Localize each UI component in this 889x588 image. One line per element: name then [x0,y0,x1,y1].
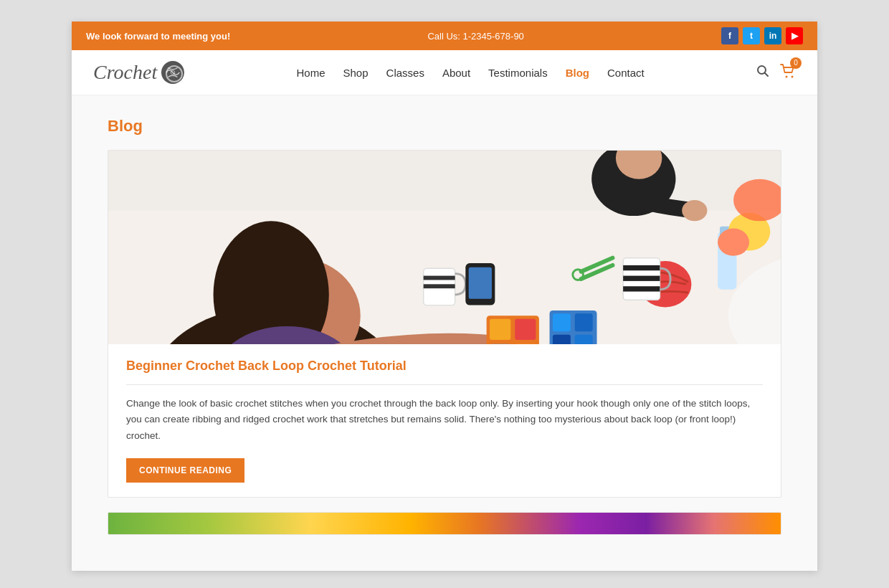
svg-point-1 [171,70,175,75]
nav-contact[interactable]: Contact [607,67,645,79]
blog-card-2 [108,512,781,535]
social-icons: f t in ▶ [721,27,803,44]
blog-post-title[interactable]: Beginner Crochet Back Loop Crochet Tutor… [126,359,763,374]
svg-rect-27 [623,265,660,270]
site-logo[interactable]: Crochet [93,61,184,84]
logo-text: Crochet [93,61,157,84]
blog-card-2-image-partial [108,513,781,534]
svg-rect-21 [553,335,571,344]
nav-testimonials[interactable]: Testimonials [488,67,548,79]
main-content: Blog [72,95,817,571]
header-actions: 0 [756,63,796,82]
svg-point-4 [785,75,787,77]
main-nav: Home Shop Classes About Testimonials Blo… [296,67,644,79]
svg-rect-14 [490,319,510,340]
youtube-icon[interactable]: ▶ [786,27,803,44]
top-bar: We look forward to meeting you! Call Us:… [72,22,817,50]
nav-home[interactable]: Home [296,67,325,79]
facebook-icon[interactable]: f [721,27,738,44]
svg-rect-32 [424,284,455,288]
blog-featured-image [108,151,781,344]
svg-point-5 [791,75,793,77]
svg-rect-31 [424,276,455,280]
svg-rect-22 [575,335,593,344]
cart-count-badge: 0 [790,57,802,69]
nav-classes[interactable]: Classes [386,67,424,79]
top-bar-message: We look forward to meeting you! [86,31,230,42]
continue-reading-button[interactable]: CONTINUE READING [126,458,244,483]
cart-button[interactable]: 0 [780,63,796,82]
svg-rect-19 [553,313,571,331]
nav-about[interactable]: About [442,67,470,79]
blog-divider [126,384,763,385]
svg-rect-35 [469,267,492,299]
twitter-icon[interactable]: t [743,27,760,44]
svg-rect-29 [623,286,660,291]
blog-excerpt: Change the look of basic crochet stitche… [126,396,763,444]
site-header: Crochet Home Shop Classes About Testimon [72,50,817,95]
search-button[interactable] [756,65,769,81]
top-bar-phone: Call Us: 1-2345-678-90 [427,31,523,42]
nav-blog[interactable]: Blog [566,67,589,79]
svg-point-40 [718,229,749,256]
blog-card-body: Beginner Crochet Back Loop Crochet Tutor… [108,344,781,497]
svg-point-0 [164,64,181,81]
blog-card-1: Beginner Crochet Back Loop Crochet Tutor… [108,150,781,498]
logo-ball-icon [161,61,184,84]
page-title: Blog [108,117,781,136]
nav-shop[interactable]: Shop [343,67,369,79]
svg-rect-20 [575,313,593,331]
svg-rect-28 [623,276,660,281]
svg-line-3 [764,72,768,76]
linkedin-icon[interactable]: in [764,27,781,44]
svg-rect-15 [515,319,536,340]
svg-point-38 [682,200,707,221]
